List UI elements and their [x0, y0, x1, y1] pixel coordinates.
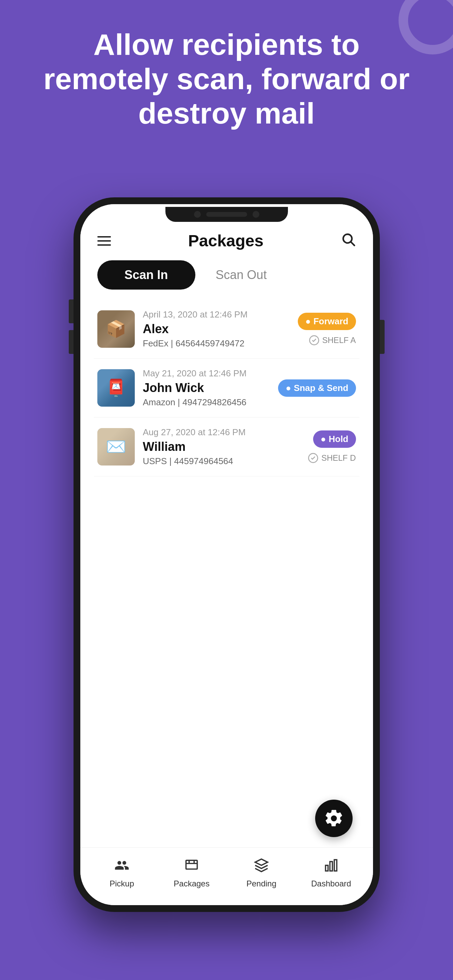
- package-image-alex: [97, 310, 135, 348]
- nav-label-dashboard: Dashboard: [311, 879, 351, 888]
- hero-title: Allow recipients to remotely scan, forwa…: [27, 27, 426, 130]
- phone-screen: Packages Scan In Scan Out: [80, 204, 373, 905]
- package-actions-john: ● Snap & Send: [278, 379, 356, 397]
- package-carrier-william: USPS | 445974964564: [143, 456, 300, 466]
- package-actions-william: ● Hold SHELF D: [308, 430, 356, 463]
- package-info-william: Aug 27, 2020 at 12:46 PM William USPS | …: [143, 427, 300, 466]
- nav-item-pickup[interactable]: Pickup: [102, 858, 142, 888]
- camera-dot: [194, 211, 201, 218]
- svg-line-1: [351, 242, 354, 245]
- package-thumbnail-john: [97, 369, 135, 407]
- package-info-john: May 21, 2020 at 12:46 PM John Wick Amazo…: [143, 368, 270, 408]
- package-carrier-john: Amazon | 4947294826456: [143, 397, 270, 408]
- badge-hold-william[interactable]: ● Hold: [313, 430, 356, 448]
- search-button[interactable]: [341, 232, 356, 250]
- phone-notch: [165, 207, 288, 222]
- hamburger-line-3: [97, 244, 111, 246]
- table-row[interactable]: Aug 27, 2020 at 12:46 PM William USPS | …: [94, 417, 359, 476]
- package-list: April 13, 2020 at 12:46 PM Alex FedEx | …: [80, 300, 373, 476]
- nav-item-packages[interactable]: Packages: [171, 858, 212, 888]
- pending-icon: [254, 858, 269, 876]
- package-image-john: [97, 369, 135, 407]
- tab-scan-in[interactable]: Scan In: [97, 260, 196, 290]
- phone-mockup: Packages Scan In Scan Out: [73, 197, 380, 912]
- package-date-alex: April 13, 2020 at 12:46 PM: [143, 309, 290, 320]
- volume-down-btn: [69, 330, 73, 354]
- shelf-tag-alex: SHELF A: [309, 335, 356, 346]
- badge-forward-alex[interactable]: ● Forward: [298, 313, 356, 330]
- package-thumbnail-alex: [97, 310, 135, 348]
- hamburger-line-1: [97, 236, 111, 237]
- svg-marker-8: [255, 859, 268, 865]
- badge-snap-john[interactable]: ● Snap & Send: [278, 379, 356, 397]
- shelf-label-alex: SHELF A: [322, 336, 356, 345]
- svg-rect-4: [186, 860, 197, 869]
- dashboard-icon: [324, 858, 339, 876]
- svg-rect-10: [330, 862, 332, 871]
- package-actions-alex: ● Forward SHELF A: [298, 313, 356, 346]
- badge-label: Snap & Send: [294, 383, 348, 393]
- badge-dot: ●: [305, 316, 311, 327]
- packages-icon: [184, 858, 199, 876]
- camera-fab[interactable]: [315, 800, 353, 837]
- nav-label-pending: Pending: [246, 879, 277, 888]
- package-name-john: John Wick: [143, 381, 270, 395]
- package-date-john: May 21, 2020 at 12:46 PM: [143, 368, 270, 379]
- nav-item-pending[interactable]: Pending: [241, 858, 282, 888]
- package-name-alex: Alex: [143, 322, 290, 336]
- badge-label: Hold: [329, 434, 348, 444]
- app-title: Packages: [188, 231, 264, 250]
- pickup-icon: [114, 858, 129, 876]
- volume-buttons: [69, 299, 73, 354]
- power-button: [380, 320, 385, 354]
- volume-up-btn: [69, 299, 73, 323]
- package-date-william: Aug 27, 2020 at 12:46 PM: [143, 427, 300, 438]
- hamburger-line-2: [97, 240, 111, 242]
- bottom-nav: Pickup Packages: [80, 847, 373, 905]
- package-info-alex: April 13, 2020 at 12:46 PM Alex FedEx | …: [143, 309, 290, 349]
- badge-dot: ●: [321, 434, 326, 444]
- sensor-dot: [253, 211, 259, 218]
- speaker-bar: [206, 212, 247, 217]
- badge-label: Forward: [313, 316, 348, 327]
- nav-label-packages: Packages: [173, 879, 209, 888]
- badge-dot: ●: [286, 383, 291, 393]
- svg-rect-9: [326, 865, 328, 871]
- package-name-william: William: [143, 440, 300, 454]
- hamburger-menu[interactable]: [97, 236, 111, 246]
- tab-scan-out[interactable]: Scan Out: [196, 260, 287, 290]
- shelf-tag-william: SHELF D: [308, 453, 356, 463]
- nav-item-dashboard[interactable]: Dashboard: [311, 858, 351, 888]
- svg-rect-11: [334, 859, 337, 871]
- shelf-label-william: SHELF D: [321, 453, 356, 463]
- package-thumbnail-william: [97, 428, 135, 466]
- table-row[interactable]: April 13, 2020 at 12:46 PM Alex FedEx | …: [94, 300, 359, 359]
- table-row[interactable]: May 21, 2020 at 12:46 PM John Wick Amazo…: [94, 359, 359, 417]
- hero-section: Allow recipients to remotely scan, forwa…: [0, 27, 453, 130]
- package-carrier-alex: FedEx | 64564459749472: [143, 338, 290, 349]
- nav-label-pickup: Pickup: [110, 879, 134, 888]
- tab-bar: Scan In Scan Out: [80, 260, 373, 300]
- phone-outer: Packages Scan In Scan Out: [73, 197, 380, 912]
- package-image-william: [97, 428, 135, 466]
